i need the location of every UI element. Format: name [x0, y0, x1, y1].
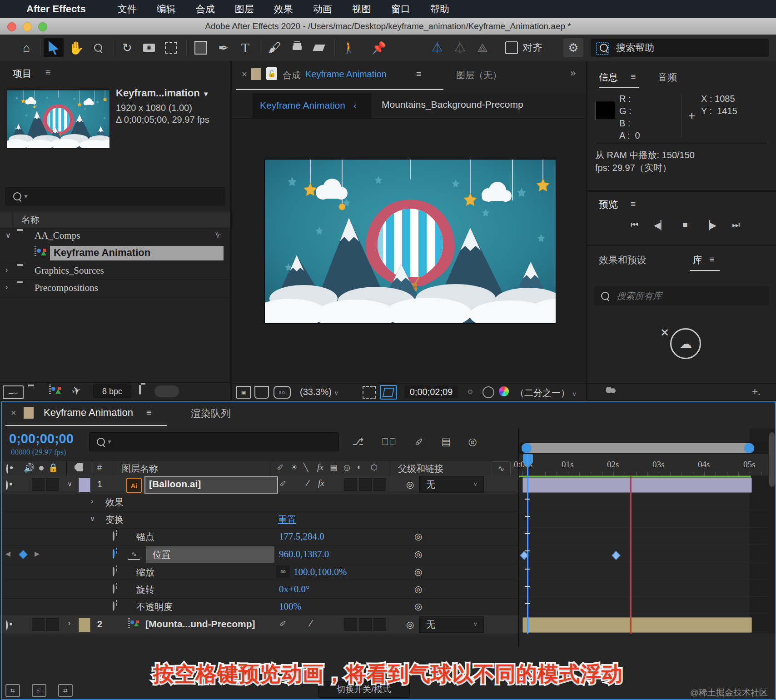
- graph-toggle-icon[interactable]: ∿: [128, 549, 140, 560]
- graph-editor-icon[interactable]: ∿: [492, 461, 511, 476]
- name-column-header[interactable]: 名称: [21, 214, 40, 226]
- project-tab[interactable]: 项目: [13, 67, 32, 80]
- stopwatch-icon[interactable]: [113, 531, 114, 541]
- stopwatch-icon[interactable]: [113, 601, 114, 611]
- anchor-point-row[interactable]: 锚点 177.5,284.0 ◎: [0, 528, 518, 545]
- motion-blur-icon[interactable]: ◎: [463, 434, 482, 450]
- stopwatch-icon[interactable]: [113, 567, 114, 576]
- shape-tool[interactable]: [191, 38, 211, 57]
- layer-shy-switch[interactable]: 🜚: [279, 619, 287, 628]
- comp-current-time[interactable]: 0;00;02;09: [404, 385, 458, 398]
- layer2-duration-bar[interactable]: [522, 617, 752, 633]
- play-button[interactable]: ▕▶: [703, 220, 716, 230]
- scale-value[interactable]: 100.0,100.0%: [293, 566, 347, 578]
- transparency-grid-icon[interactable]: [380, 385, 397, 400]
- info-panel-menu-icon[interactable]: ≡: [631, 72, 636, 82]
- library-search-input[interactable]: [616, 290, 769, 302]
- project-search-field[interactable]: ▼: [5, 187, 225, 205]
- frame-blending-icon[interactable]: ▤: [437, 434, 455, 450]
- next-keyframe-icon[interactable]: ▶: [35, 550, 40, 557]
- project-comp-title[interactable]: Keyfram...imation ▼: [116, 87, 209, 99]
- interpret-footage-icon[interactable]: ▬▭: [3, 385, 24, 399]
- menu-window[interactable]: 窗口: [391, 3, 410, 15]
- timeline-tab[interactable]: Keyframe Animation: [44, 407, 133, 419]
- last-frame-button[interactable]: ⏭: [732, 220, 740, 230]
- info-tab[interactable]: 信息: [599, 71, 618, 84]
- puppet-pin-tool[interactable]: 📌: [369, 38, 389, 57]
- selection-tool[interactable]: [44, 38, 64, 57]
- constrain-proportions-icon[interactable]: ∞: [276, 565, 290, 578]
- opacity-value[interactable]: 100%: [279, 601, 301, 612]
- layer-label-swatch[interactable]: [78, 618, 91, 632]
- property-pickwhip-icon[interactable]: ◎: [414, 531, 422, 542]
- layer-fx-switch[interactable]: fx: [318, 478, 324, 488]
- parent-dropdown-arrow[interactable]: ∨: [473, 621, 478, 627]
- layer-visibility-toggle[interactable]: [6, 620, 8, 630]
- new-composition-icon[interactable]: [49, 385, 51, 394]
- brush-tool[interactable]: 🖌: [264, 38, 284, 57]
- chevron-down-icon[interactable]: ∨: [90, 515, 95, 523]
- home-tool[interactable]: ⌂: [16, 38, 36, 57]
- property-pickwhip-icon[interactable]: ◎: [414, 601, 422, 612]
- breadcrumb-other-label[interactable]: Mountains_Background-Precomp: [382, 99, 523, 110]
- add-library-button[interactable]: +.: [752, 386, 761, 398]
- roto-brush-tool[interactable]: 🚶: [339, 38, 359, 57]
- timeline-vertical-scrollbar[interactable]: [768, 429, 776, 634]
- position-row[interactable]: ◀ ▶ ∿ 位置 960.0,1387.0 ◎: [0, 545, 518, 564]
- chevron-down-icon[interactable]: ∨: [5, 231, 11, 240]
- layer-label-swatch[interactable]: [78, 478, 91, 492]
- timeline-panel-menu-icon[interactable]: ≡: [146, 408, 151, 418]
- zoom-tool[interactable]: [88, 38, 108, 57]
- work-area-bar[interactable]: [522, 443, 754, 453]
- hand-tool[interactable]: ✋: [66, 38, 86, 57]
- flowchart-icon[interactable]: ⏧: [215, 231, 221, 239]
- first-frame-button[interactable]: ⏮: [631, 220, 638, 230]
- position-value[interactable]: 960.0,1387.0: [279, 549, 329, 560]
- work-area-end-handle[interactable]: [744, 443, 754, 453]
- property-pickwhip-icon[interactable]: ◎: [414, 584, 422, 595]
- stopwatch-icon[interactable]: [113, 584, 114, 594]
- rotation-row[interactable]: 旋转 0x+0.0° ◎: [0, 581, 518, 598]
- resolution-dropdown[interactable]: （二分之一） ∨: [515, 387, 577, 399]
- comp-tab-title[interactable]: Keyframe Animation: [305, 69, 387, 80]
- close-cc-icon[interactable]: ✕: [660, 326, 669, 339]
- draft-3d-icon[interactable]: ✦⃞: [380, 434, 398, 450]
- property-pickwhip-icon[interactable]: ◎: [414, 549, 422, 560]
- project-item-keyframe-animation[interactable]: Keyframe Animation: [0, 245, 230, 262]
- project-item-graphics-sources[interactable]: › Graphics_Sources: [0, 262, 230, 280]
- current-timecode[interactable]: 0;00;00;00: [9, 431, 74, 446]
- close-comp-tab-icon[interactable]: ×: [242, 69, 247, 80]
- layer-shy-switch[interactable]: 🜚: [279, 479, 287, 488]
- timeline-search-input[interactable]: [117, 438, 338, 446]
- anchor-point-value[interactable]: 177.5,284.0: [279, 531, 324, 542]
- timeline-graph-area[interactable]: 0:00s 01s 02s 03s 04s 05s: [519, 429, 768, 634]
- region-of-interest-icon[interactable]: [363, 386, 376, 399]
- audio-tab[interactable]: 音频: [658, 71, 677, 84]
- project-item-precompositions[interactable]: › Precompositions: [0, 279, 230, 297]
- app-menu[interactable]: After Effects: [26, 3, 86, 15]
- channel-color-wheel-icon[interactable]: [499, 386, 509, 396]
- effects-group-row[interactable]: › 效果: [0, 494, 518, 511]
- parent-link-column-header[interactable]: 父级和链接: [398, 463, 443, 475]
- previous-keyframe-icon[interactable]: ◀: [5, 550, 10, 557]
- preview-panel-menu-icon[interactable]: ≡: [631, 199, 636, 209]
- layer-name-column-header[interactable]: 图层名称: [122, 463, 158, 475]
- rotate-tool[interactable]: ↻: [117, 38, 137, 57]
- layer-rasterize-switch[interactable]: ∕: [310, 618, 312, 629]
- timeline-label-color-swatch[interactable]: [24, 407, 34, 419]
- trash-icon[interactable]: [139, 385, 141, 395]
- pan-behind-tool[interactable]: [161, 38, 181, 57]
- parent-dropdown-arrow[interactable]: ∨: [473, 481, 478, 487]
- comp-label-color-swatch[interactable]: [251, 68, 261, 80]
- pen-tool[interactable]: ✒: [214, 38, 234, 57]
- library-panel-menu-icon[interactable]: ≡: [709, 255, 714, 265]
- comp-viewer[interactable]: [232, 119, 586, 383]
- work-area-track[interactable]: [519, 442, 768, 454]
- layer-panel-tab[interactable]: 图层（无）: [456, 69, 502, 81]
- local-axis-mode-button[interactable]: ⏃: [427, 38, 447, 57]
- snapshot-icon[interactable]: ▣: [236, 386, 251, 399]
- menu-composition[interactable]: 合成: [196, 3, 215, 15]
- toolbar-settings-button[interactable]: ⚙: [563, 38, 583, 57]
- menu-effect[interactable]: 效果: [274, 3, 293, 15]
- opacity-row[interactable]: 不透明度 100% ◎: [0, 598, 518, 615]
